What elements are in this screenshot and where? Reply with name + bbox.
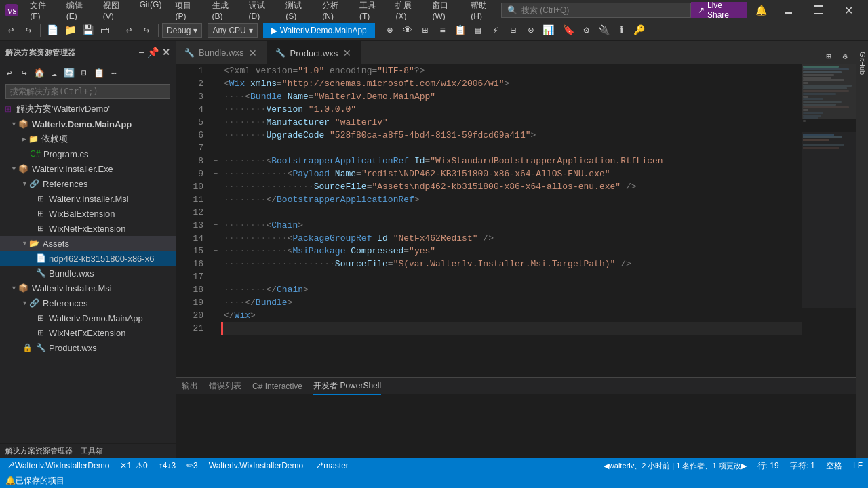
l10-eq: = bbox=[367, 180, 372, 193]
terminal-tab-powershell[interactable]: 开发者 PowerShell bbox=[313, 378, 381, 395]
terminal-tab-csharp[interactable]: C# Interactive bbox=[252, 379, 302, 394]
sidebar-refresh-btn[interactable]: 🔄 bbox=[62, 66, 76, 80]
fold-8[interactable]: − bbox=[210, 155, 221, 167]
tree-item-refs-exe[interactable]: ▼ 🔗 References bbox=[0, 176, 176, 191]
info-btn[interactable]: ℹ bbox=[614, 22, 630, 39]
solution-explorer-link[interactable]: 解决方案资源管理器 bbox=[5, 446, 73, 456]
modules-btn[interactable]: ⊟ bbox=[505, 22, 521, 39]
status-left: ⎇ Walterlv.WixInstallerDemo ✕ 1 ⚠ 0 ↑ 4 … bbox=[0, 458, 354, 473]
sidebar-forward-btn[interactable]: ↪ bbox=[18, 66, 31, 80]
tree-item-installer-msi[interactable]: ▼ 📦 Walterlv.Installer.Msi bbox=[0, 281, 176, 296]
open-button[interactable]: 📁 bbox=[62, 22, 78, 39]
settings-btn[interactable]: ⚙ bbox=[578, 22, 595, 39]
sidebar-search-input[interactable] bbox=[5, 84, 170, 99]
call-stack-btn[interactable]: ≡ bbox=[435, 22, 451, 39]
cs-file-icon: C# bbox=[30, 148, 41, 159]
tree-item-solution[interactable]: ⊞ 解决方案'WalterlvDemo' bbox=[0, 102, 176, 117]
locals-btn[interactable]: ⊞ bbox=[417, 22, 433, 39]
fold-15[interactable]: − bbox=[210, 245, 221, 258]
tab-product-wxs[interactable]: 🔧 Product.wxs ✕ bbox=[267, 41, 361, 64]
immediate-btn[interactable]: ▤ bbox=[470, 22, 486, 39]
tab-bundle-wxs[interactable]: 🔧 Bundle.wxs ✕ bbox=[176, 41, 267, 64]
fold-2[interactable]: − bbox=[210, 77, 221, 90]
spaces-info[interactable]: 空格 bbox=[821, 460, 848, 472]
sidebar-collapse-btn[interactable]: ⊟ bbox=[77, 66, 91, 80]
tree-item-assets[interactable]: ▼ 📂 Assets bbox=[0, 236, 176, 251]
platform-dropdown[interactable]: Any CPU ▾ bbox=[208, 23, 257, 38]
tree-item-wixbal[interactable]: ⊞ WixBalExtension bbox=[0, 206, 176, 221]
l3-bundle: Bundle bbox=[250, 90, 282, 103]
fold-14 bbox=[210, 232, 221, 245]
sync-arrows[interactable]: ↑ 4 ↓ 3 bbox=[153, 458, 181, 473]
editor-settings-btn[interactable]: ⚙ bbox=[837, 48, 853, 64]
new-project-button[interactable]: 📄 bbox=[44, 22, 60, 39]
title-search-box[interactable]: 🔍 搜索 (Ctrl+Q) bbox=[501, 3, 691, 18]
undo-button[interactable]: ↩ bbox=[3, 22, 19, 39]
bookmark-btn[interactable]: 🔖 bbox=[561, 22, 577, 39]
solution-explorer-close[interactable]: ✕ bbox=[162, 47, 171, 58]
maximize-button[interactable]: 🗖 bbox=[805, 0, 832, 20]
tree-item-ndp462[interactable]: 📄 ndp462-kb3151800-x86-x6 bbox=[0, 251, 176, 266]
redo-btn2[interactable]: ↪ bbox=[138, 22, 155, 39]
profile-btn[interactable]: 🔑 bbox=[631, 22, 648, 39]
sidebar-showall-btn[interactable]: 📋 bbox=[92, 66, 106, 80]
project-status[interactable]: Walterlv.WixInstallerDemo bbox=[203, 458, 309, 473]
branch-status[interactable]: ⎇ master bbox=[309, 458, 354, 473]
minimize-button[interactable]: 🗕 bbox=[775, 0, 802, 20]
git-branch-item[interactable]: ⎇ Walterlv.WixInstallerDemo bbox=[0, 458, 115, 473]
tree-item-refs-msi[interactable]: ▼ 🔗 References bbox=[0, 296, 176, 310]
fold-10 bbox=[210, 180, 221, 193]
tree-item-dependencies[interactable]: ▶ 📁 依赖项 bbox=[0, 131, 176, 146]
sidebar-cloud-btn[interactable]: ☁ bbox=[47, 66, 61, 80]
processes-btn[interactable]: ⊙ bbox=[523, 22, 539, 39]
tree-item-installer-exe[interactable]: ▼ 📦 Walterlv.Installer.Exe bbox=[0, 161, 176, 176]
terminal-tab-errorlist[interactable]: 错误列表 bbox=[209, 378, 241, 394]
line-info[interactable]: 行: 19 bbox=[752, 460, 785, 472]
tree-item-mainapp[interactable]: ▼ 📦 Walterlv.Demo.MainApp bbox=[0, 117, 176, 131]
output-btn[interactable]: 📋 bbox=[452, 22, 469, 39]
sidebar-more-btn[interactable]: ⋯ bbox=[107, 66, 121, 80]
vs-logo-icon: VS bbox=[5, 3, 18, 17]
tree-item-bundle-wxs[interactable]: 🔧 Bundle.wxs bbox=[0, 266, 176, 281]
github-panel-label[interactable]: GitHub bbox=[857, 46, 868, 80]
sidebar-sync-btn[interactable]: ↩ bbox=[3, 66, 16, 80]
debug-config-dropdown[interactable]: Debug ▾ bbox=[162, 23, 202, 38]
solution-explorer-pin[interactable]: 📌 bbox=[147, 47, 159, 58]
editor-code-area[interactable]: <?xml version="1.0" encoding="UTF-8"?> <… bbox=[221, 64, 802, 377]
encoding-info[interactable]: LF bbox=[848, 461, 868, 470]
undo-btn2[interactable]: ↩ bbox=[121, 22, 137, 39]
l15-compval: "yes" bbox=[409, 245, 435, 258]
col-info[interactable]: 字符: 1 bbox=[785, 460, 821, 472]
terminal-tab-output[interactable]: 输出 bbox=[182, 378, 198, 394]
tree-item-wixnetfx-1[interactable]: ⊞ WixNetFxExtension bbox=[0, 221, 176, 236]
fold-3[interactable]: − bbox=[210, 90, 221, 103]
tab-bundle-close[interactable]: ✕ bbox=[248, 47, 258, 58]
sidebar-home-btn[interactable]: 🏠 bbox=[33, 66, 46, 80]
thread-btn[interactable]: ⚡ bbox=[488, 22, 504, 39]
tree-item-wixnetfx-2[interactable]: ⊞ WixNetFxExtension bbox=[0, 325, 176, 340]
solution-explorer-collapse[interactable]: − bbox=[138, 47, 144, 58]
tree-item-msi-ref[interactable]: ⊞ Walterlv.Installer.Msi bbox=[0, 191, 176, 206]
notification-icon[interactable]: 🔔 bbox=[755, 5, 767, 16]
start-button[interactable]: ▶ Walterlv.Demo.MainApp bbox=[263, 23, 375, 38]
fold-13[interactable]: − bbox=[210, 219, 221, 232]
close-button[interactable]: ✕ bbox=[835, 0, 863, 20]
fold-9[interactable]: − bbox=[210, 167, 221, 180]
split-editor-btn[interactable]: ⊞ bbox=[821, 48, 837, 64]
error-count-item[interactable]: ✕ 1 ⚠ 0 bbox=[115, 458, 153, 473]
save-button[interactable]: 💾 bbox=[79, 22, 96, 39]
watch-btn[interactable]: 👁 bbox=[399, 22, 416, 39]
redo-button[interactable]: ↪ bbox=[20, 22, 37, 39]
edit-status[interactable]: ✏ 3 bbox=[181, 458, 203, 473]
perf-btn[interactable]: 📊 bbox=[540, 22, 557, 39]
sync-info[interactable]: ◀ walterlv、2 小时前 | 1 名作者、1 项更改 ▶ bbox=[598, 461, 752, 471]
breakpoints-btn[interactable]: ⊕ bbox=[382, 22, 398, 39]
tree-item-programcs[interactable]: C# Program.cs bbox=[0, 146, 176, 161]
tree-item-mainapp-ref[interactable]: ⊞ Walterlv.Demo.MainApp bbox=[0, 310, 176, 325]
tree-item-product-wxs[interactable]: 🔒 🔧 Product.wxs bbox=[0, 340, 176, 355]
live-share-button[interactable]: ↗ Live Share bbox=[691, 2, 747, 18]
extension-btn[interactable]: 🔌 bbox=[596, 22, 612, 39]
save-all-button[interactable]: 🗃 bbox=[97, 22, 113, 39]
toolbar-link[interactable]: 工具箱 bbox=[81, 446, 103, 456]
tab-product-close[interactable]: ✕ bbox=[342, 47, 353, 58]
